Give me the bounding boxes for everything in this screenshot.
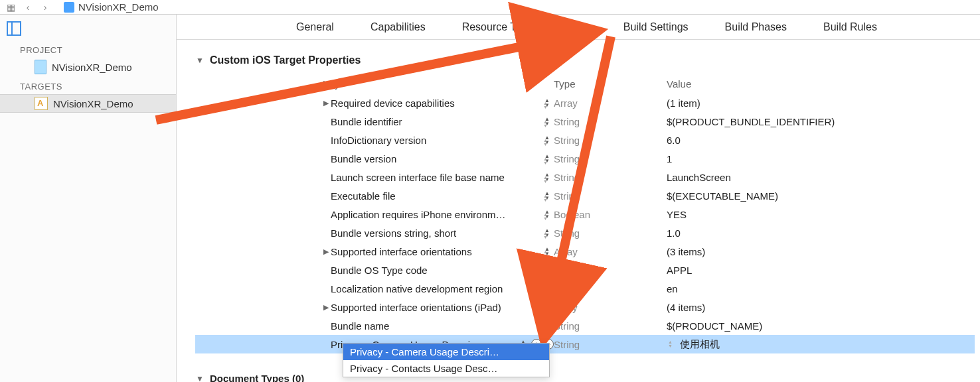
disclosure-triangle-icon[interactable]: ▼: [195, 56, 204, 65]
plist-grid: Key Type Value ▶Required device capabili…: [195, 76, 975, 353]
forward-icon[interactable]: ›: [40, 2, 50, 13]
editor-area: General Capabilities Resource Tags Info …: [177, 15, 980, 382]
tab-info[interactable]: Info: [569, 21, 587, 33]
table-row[interactable]: ▶Required device capabilities▲▼Array▲▼(1…: [195, 94, 975, 112]
value-cell[interactable]: 1: [667, 153, 672, 164]
key-cell[interactable]: Bundle version: [331, 153, 543, 164]
key-cell[interactable]: Supported interface orientations: [331, 246, 543, 257]
table-row[interactable]: Bundle identifier▲▼String▲▼$(PRODUCT_BUN…: [195, 112, 975, 131]
disclosure-triangle-icon[interactable]: ▶: [321, 247, 331, 256]
back-icon[interactable]: ‹: [23, 2, 33, 13]
value-cell[interactable]: 1.0: [667, 227, 681, 239]
value-cell[interactable]: (3 items): [667, 246, 705, 257]
key-cell[interactable]: Bundle OS Type code: [331, 265, 543, 276]
type-cell[interactable]: Array: [554, 246, 578, 257]
key-cell[interactable]: Launch screen interface file base name: [331, 172, 543, 183]
type-cell[interactable]: String: [554, 190, 580, 202]
sidebar-item-label: NVisionXR_Demo: [52, 62, 132, 73]
tab-capabilities[interactable]: Capabilities: [370, 21, 426, 33]
table-row[interactable]: Bundle OS Type code▲▼String▲▼APPL: [195, 261, 975, 279]
section-document-types[interactable]: ▼ Document Types (0): [195, 373, 304, 382]
value-cell[interactable]: (1 item): [667, 97, 700, 109]
table-row[interactable]: ▶Supported interface orientations▲▼Array…: [195, 242, 975, 261]
key-cell[interactable]: Application requires iPhone environm…: [331, 209, 543, 220]
disclosure-triangle-icon[interactable]: ▼: [195, 374, 204, 383]
type-cell[interactable]: String: [554, 116, 580, 127]
stepper-icon[interactable]: ▲▼: [543, 139, 551, 147]
dropdown-item[interactable]: Privacy - Camera Usage Descri…: [343, 344, 549, 360]
stepper-icon[interactable]: ▲▼: [543, 324, 551, 332]
stepper-icon[interactable]: ▲▼: [543, 287, 551, 295]
sidebar-item-target[interactable]: NVisionXR_Demo: [0, 94, 176, 113]
value-cell[interactable]: en: [667, 283, 678, 294]
table-row[interactable]: Executable file▲▼String▲▼$(EXECUTABLE_NA…: [195, 186, 975, 205]
stepper-icon[interactable]: ▲▼: [543, 194, 551, 202]
type-cell[interactable]: String: [554, 339, 580, 350]
sidebar: PROJECT NVisionXR_Demo TARGETS NVisionXR…: [0, 15, 177, 382]
table-row[interactable]: Bundle version▲▼String▲▼1: [195, 149, 975, 168]
stepper-icon[interactable]: ▲▼: [543, 213, 551, 221]
key-autocomplete-dropdown[interactable]: Privacy - Camera Usage Descri… Privacy -…: [343, 343, 550, 377]
value-cell[interactable]: 使用相机: [680, 338, 720, 351]
type-cell[interactable]: Boolean: [554, 209, 590, 220]
section-header[interactable]: ▼ Custom iOS Target Properties: [195, 54, 975, 66]
value-cell[interactable]: $(PRODUCT_NAME): [667, 320, 762, 332]
stepper-icon[interactable]: ▲▼: [543, 269, 551, 277]
tab-build-rules[interactable]: Build Rules: [823, 21, 877, 33]
table-row[interactable]: Application requires iPhone environm…▲▼B…: [195, 205, 975, 223]
key-cell[interactable]: Executable file: [331, 190, 543, 202]
grid-icon[interactable]: ▦: [5, 2, 16, 13]
stepper-icon[interactable]: ▲▼: [543, 250, 551, 258]
panel-toggle-icon[interactable]: [7, 21, 21, 36]
table-row[interactable]: InfoDictionary version▲▼String▲▼6.0: [195, 131, 975, 149]
table-row[interactable]: Bundle versions string, short▲▼String▲▼1…: [195, 223, 975, 242]
sidebar-item-project[interactable]: NVisionXR_Demo: [0, 58, 176, 76]
stepper-icon[interactable]: ▲▼: [543, 306, 551, 314]
value-cell[interactable]: APPL: [667, 265, 692, 276]
key-cell[interactable]: Localization native development region: [331, 283, 543, 294]
table-row[interactable]: ▶Supported interface orientations (iPad)…: [195, 298, 975, 316]
tab-build-settings[interactable]: Build Settings: [623, 21, 689, 33]
key-cell[interactable]: Bundle versions string, short: [331, 227, 543, 239]
stepper-icon[interactable]: ▲▼: [668, 340, 676, 348]
key-cell[interactable]: Bundle identifier: [331, 116, 543, 127]
stepper-icon[interactable]: ▲▼: [543, 120, 551, 128]
type-cell[interactable]: String: [554, 265, 580, 276]
value-cell[interactable]: 6.0: [667, 135, 681, 146]
type-cell[interactable]: Array: [554, 302, 578, 313]
col-header-type: Type: [554, 78, 667, 90]
key-cell[interactable]: Supported interface orientations (iPad): [331, 302, 543, 313]
value-cell[interactable]: $(EXECUTABLE_NAME): [667, 190, 778, 202]
value-cell[interactable]: (4 items): [667, 302, 705, 313]
value-cell[interactable]: YES: [667, 209, 687, 220]
col-header-value: Value: [667, 78, 975, 90]
table-row[interactable]: Localization native development region▲▼…: [195, 279, 975, 298]
type-cell[interactable]: Array: [554, 97, 578, 109]
key-cell[interactable]: Required device capabilities: [331, 97, 543, 109]
stepper-icon[interactable]: ▲▼: [543, 231, 551, 239]
type-cell[interactable]: String: [554, 227, 580, 239]
type-cell[interactable]: String: [554, 320, 580, 332]
table-row[interactable]: Launch screen interface file base name▲▼…: [195, 168, 975, 186]
stepper-icon[interactable]: ▲▼: [543, 176, 551, 184]
tab-resource-tags[interactable]: Resource Tags: [462, 21, 532, 33]
table-row[interactable]: Privacy - Camera Usage Descrip…▲▼+−Strin…: [195, 335, 975, 353]
key-cell[interactable]: InfoDictionary version: [331, 135, 543, 146]
type-cell[interactable]: String: [554, 172, 580, 183]
value-cell[interactable]: $(PRODUCT_BUNDLE_IDENTIFIER): [667, 116, 835, 127]
tab-build-phases[interactable]: Build Phases: [725, 21, 787, 33]
type-cell[interactable]: String: [554, 283, 580, 294]
tab-general[interactable]: General: [296, 21, 334, 33]
target-tabs: General Capabilities Resource Tags Info …: [177, 15, 980, 40]
stepper-icon[interactable]: ▲▼: [543, 101, 551, 109]
col-header-key: Key: [195, 78, 554, 90]
disclosure-triangle-icon[interactable]: ▶: [321, 99, 331, 107]
dropdown-item[interactable]: Privacy - Contacts Usage Desc…: [343, 360, 549, 377]
disclosure-triangle-icon[interactable]: ▶: [321, 303, 331, 312]
type-cell[interactable]: String: [554, 135, 580, 146]
type-cell[interactable]: String: [554, 153, 580, 164]
key-cell[interactable]: Bundle name: [331, 320, 543, 332]
value-cell[interactable]: LaunchScreen: [667, 172, 731, 183]
table-row[interactable]: Bundle name▲▼String▲▼$(PRODUCT_NAME): [195, 316, 975, 335]
stepper-icon[interactable]: ▲▼: [543, 157, 551, 165]
